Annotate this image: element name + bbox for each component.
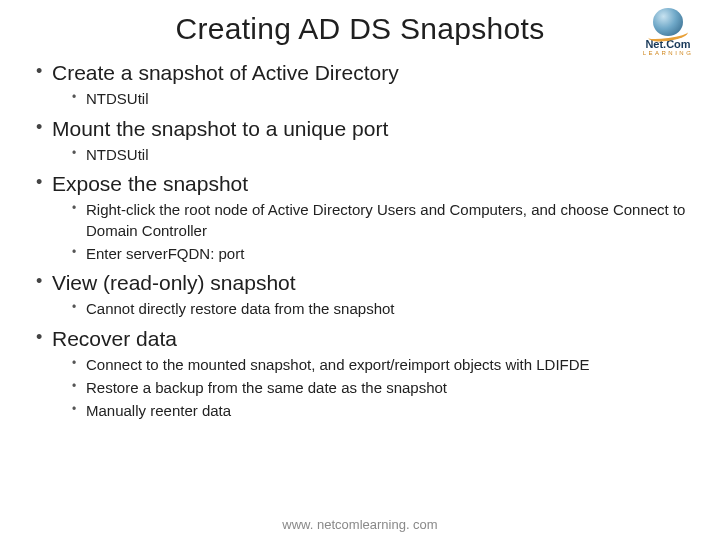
bullet-level1: View (read-only) snapshot [34,270,690,296]
bullet-level2: Right-click the root node of Active Dire… [34,200,690,241]
bullet-level2: Cannot directly restore data from the sn… [34,299,690,319]
bullet-level1: Recover data [34,326,690,352]
bullet-level2: Restore a backup from the same date as t… [34,378,690,398]
slide: Net.Com LEARNING Creating AD DS Snapshot… [0,0,720,540]
bullet-level2: Enter serverFQDN: port [34,244,690,264]
bullet-level1: Expose the snapshot [34,171,690,197]
slide-content: Create a snapshot of Active Directory NT… [30,60,690,422]
bullet-level2: Manually reenter data [34,401,690,421]
brand-logo: Net.Com LEARNING [634,8,702,56]
footer-url: www. netcomlearning. com [0,517,720,532]
globe-icon [653,8,683,36]
bullet-level2: Connect to the mounted snapshot, and exp… [34,355,690,375]
slide-title: Creating AD DS Snapshots [30,12,690,46]
bullet-level1: Mount the snapshot to a unique port [34,116,690,142]
logo-text-sub: LEARNING [643,50,694,56]
bullet-level2: NTDSUtil [34,145,690,165]
bullet-level2: NTDSUtil [34,89,690,109]
bullet-level1: Create a snapshot of Active Directory [34,60,690,86]
